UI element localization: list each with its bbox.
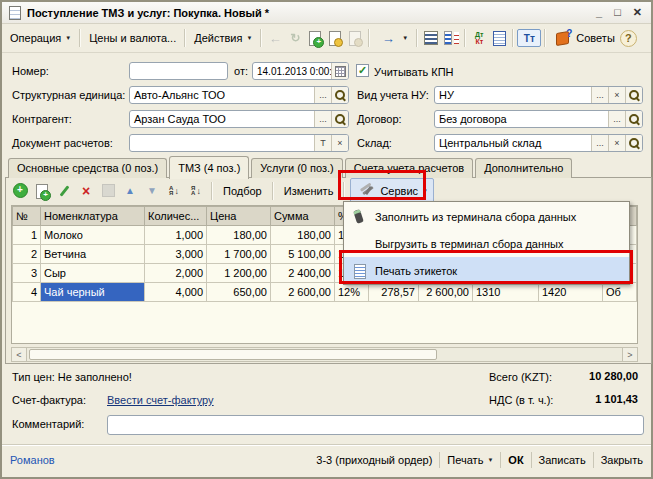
comment-input[interactable] xyxy=(107,415,644,435)
choose-button[interactable]: ... xyxy=(314,87,331,103)
cell[interactable]: 278,57 xyxy=(369,283,419,302)
cell[interactable]: 3,000 xyxy=(145,245,207,264)
warehouse-field[interactable]: Центральный склад ... × xyxy=(434,134,643,152)
sort-desc-icon[interactable] xyxy=(186,182,206,200)
unpost-document-icon[interactable] xyxy=(345,29,365,47)
open-button[interactable] xyxy=(625,135,642,151)
setup-list-icon[interactable] xyxy=(441,29,461,47)
structure-list-icon[interactable] xyxy=(421,29,441,47)
add-row-icon[interactable] xyxy=(10,182,30,200)
menu-item-unload-to-terminal[interactable]: Выгрузить в терминал сбора данных xyxy=(344,230,629,257)
copy-new-icon[interactable] xyxy=(305,29,325,47)
servis-button[interactable]: Сервис ▼ xyxy=(350,178,434,204)
menu-item-fill-from-terminal[interactable]: Заполнить из терминала сбора данных xyxy=(344,203,629,230)
tab-tmz[interactable]: ТМЗ (4 поз.) xyxy=(169,156,249,179)
cell[interactable]: 2 600,00 xyxy=(419,283,473,302)
cell[interactable]: 1420 xyxy=(539,283,603,302)
calendar-button[interactable] xyxy=(331,63,348,79)
minimize-icon[interactable]: _ xyxy=(596,6,602,19)
scroll-right-icon[interactable]: > xyxy=(622,348,637,361)
col-cena[interactable]: Цена xyxy=(207,207,271,226)
table-row-selected[interactable]: 4 Чай черный 4,000 650,00 2 600,00 12% 2… xyxy=(13,283,637,302)
cell[interactable]: 4 xyxy=(13,283,41,302)
cell[interactable]: 2 600,00 xyxy=(271,283,335,302)
open-button[interactable] xyxy=(625,111,642,127)
post-document-icon[interactable] xyxy=(325,29,345,47)
menu-item-print-labels[interactable]: Печать этикеток xyxy=(344,257,629,284)
move-down-icon[interactable] xyxy=(142,182,162,200)
cell[interactable]: 180,00 xyxy=(271,226,335,245)
cell[interactable]: 1,000 xyxy=(145,226,207,245)
operation-button[interactable]: Операция ▼ xyxy=(5,29,76,47)
cell[interactable]: 1 200,00 xyxy=(207,264,271,283)
col-number[interactable]: № xyxy=(13,207,41,226)
delete-row-icon[interactable] xyxy=(76,182,96,200)
col-summa[interactable]: Сумма xyxy=(271,207,335,226)
date-field[interactable]: 14.01.2013 0:00:00 xyxy=(252,62,349,80)
ok-button[interactable]: ОК xyxy=(508,454,523,466)
cell[interactable]: 12% xyxy=(335,283,369,302)
cell[interactable]: 1310 xyxy=(473,283,539,302)
scroll-left-icon[interactable]: < xyxy=(12,348,27,361)
choose-button[interactable]: ... xyxy=(608,111,625,127)
debit-credit-icon[interactable] xyxy=(469,29,489,47)
counterparty-field[interactable]: Арзан Сауда ТОО ... xyxy=(129,110,349,128)
user-link[interactable]: Романов xyxy=(10,454,55,466)
cell[interactable]: 1 xyxy=(13,226,41,245)
contract-field[interactable]: Без договора ... xyxy=(434,110,643,128)
selected-cell[interactable]: Чай черный xyxy=(41,283,145,302)
register-records-icon[interactable] xyxy=(489,29,509,47)
cell[interactable]: 2 400,00 xyxy=(271,264,335,283)
cell[interactable]: Об xyxy=(603,283,637,302)
clear-button[interactable]: × xyxy=(608,87,625,103)
izmenit-button[interactable]: Изменить xyxy=(279,182,339,200)
cell[interactable]: 4,000 xyxy=(145,283,207,302)
open-button[interactable] xyxy=(331,87,348,103)
tab-uslugi[interactable]: Услуги (0 поз.) xyxy=(251,158,342,178)
actions-button[interactable]: Действия ▼ xyxy=(189,29,257,47)
tab-osnovnye-sredstva[interactable]: Основные средства (0 поз.) xyxy=(8,158,167,178)
reread-icon[interactable] xyxy=(265,29,285,47)
close-icon[interactable]: ✕ xyxy=(633,6,642,19)
cell[interactable]: 180,00 xyxy=(207,226,271,245)
open-button[interactable] xyxy=(625,87,642,103)
tips-button[interactable]: Советы xyxy=(549,26,619,50)
sort-asc-icon[interactable] xyxy=(164,182,184,200)
tab-dopolnitelno[interactable]: Дополнительно xyxy=(475,158,572,178)
choose-button[interactable]: ... xyxy=(591,87,608,103)
edit-row-icon[interactable] xyxy=(54,182,74,200)
cell[interactable]: Ветчина xyxy=(41,245,145,264)
choose-button[interactable]: ... xyxy=(314,111,331,127)
tt-typification-icon[interactable] xyxy=(517,29,541,47)
col-kolichestvo[interactable]: Количес... xyxy=(145,207,207,226)
print-button[interactable]: Печать ▼ xyxy=(447,454,493,466)
cell[interactable]: 650,00 xyxy=(207,283,271,302)
open-button[interactable] xyxy=(331,111,348,127)
cell[interactable]: 3 xyxy=(13,264,41,283)
maximize-icon[interactable]: □ xyxy=(614,6,621,19)
structural-unit-field[interactable]: Авто-Альянс ТОО ... xyxy=(129,86,349,104)
enter-invoice-link[interactable]: Ввести счет-фактуру xyxy=(107,394,214,406)
copy-row-icon[interactable] xyxy=(32,182,52,200)
clear-button[interactable]: × xyxy=(331,135,348,151)
tab-scheta-ucheta[interactable]: Счета учета расчетов xyxy=(345,158,473,178)
move-up-icon[interactable] xyxy=(120,182,140,200)
close-button[interactable]: Закрыть xyxy=(601,454,643,466)
go-to-button[interactable]: ▼ xyxy=(373,26,413,50)
scrollbar-thumb[interactable] xyxy=(29,349,437,360)
refresh-icon[interactable] xyxy=(285,29,305,47)
nu-kind-field[interactable]: НУ ... × xyxy=(434,86,643,104)
choose-button[interactable]: ... xyxy=(591,135,608,151)
cell[interactable]: Сыр xyxy=(41,264,145,283)
text-edit-button[interactable]: T xyxy=(314,135,331,151)
number-input[interactable] xyxy=(129,62,228,80)
prices-currency-button[interactable]: Цены и валюта... xyxy=(84,29,181,47)
help-button[interactable]: ? xyxy=(620,30,637,47)
col-nomenklatura[interactable]: Номенклатура xyxy=(41,207,145,226)
cell[interactable]: 5 100,00 xyxy=(271,245,335,264)
horizontal-scrollbar[interactable]: < > xyxy=(11,347,638,362)
kpn-checkbox[interactable]: ✓ xyxy=(356,64,369,77)
cell[interactable]: 2,000 xyxy=(145,264,207,283)
podbor-button[interactable]: Подбор xyxy=(218,182,267,200)
cell[interactable]: 1 700,00 xyxy=(207,245,271,264)
